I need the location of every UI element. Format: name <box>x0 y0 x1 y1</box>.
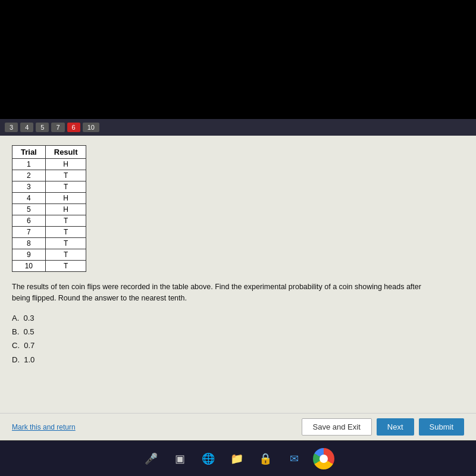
taskbar: 🎤 ▣ 🌐 📁 🔒 ✉ <box>0 440 476 476</box>
answer-a[interactable]: A. 0.3 <box>12 311 464 325</box>
table-row: 5H <box>12 204 86 215</box>
content-area: Trial Result 1H2T3T4H5H6T7T8T9T10T The r… <box>0 136 476 413</box>
coin-flip-table: Trial Result 1H2T3T4H5H6T7T8T9T10T <box>12 145 86 272</box>
next-button[interactable]: Next <box>377 418 414 436</box>
tab-3[interactable]: 3 <box>5 123 18 132</box>
table-row: 3T <box>12 181 86 193</box>
tab-7[interactable]: 7 <box>51 123 64 132</box>
table-row: 4H <box>12 193 86 204</box>
result-cell: T <box>45 238 86 249</box>
mail-icon[interactable]: ✉ <box>284 449 303 468</box>
action-bar: Mark this and return Save and Exit Next … <box>0 413 476 440</box>
trial-cell: 6 <box>12 215 46 227</box>
trial-cell: 4 <box>12 193 46 204</box>
answer-b[interactable]: B. 0.5 <box>12 325 464 339</box>
trial-cell: 1 <box>12 159 46 170</box>
trial-cell: 7 <box>12 227 46 238</box>
mark-link[interactable]: Mark this and return <box>12 423 76 431</box>
table-row: 10T <box>12 261 86 272</box>
result-header: Result <box>45 146 86 159</box>
tab-4[interactable]: 4 <box>20 123 33 132</box>
files-icon[interactable]: 📁 <box>227 449 246 468</box>
result-cell: T <box>45 215 86 227</box>
save-exit-button[interactable]: Save and Exit <box>302 418 372 436</box>
table-row: 9T <box>12 249 86 261</box>
answer-c[interactable]: C. 0.7 <box>12 339 464 352</box>
edge-icon[interactable]: 🌐 <box>199 449 218 468</box>
microphone-icon[interactable]: 🎤 <box>142 449 161 468</box>
trial-cell: 3 <box>12 181 46 193</box>
result-cell: T <box>45 227 86 238</box>
trial-cell: 8 <box>12 238 46 249</box>
table-row: 8T <box>12 238 86 249</box>
table-row: 2T <box>12 170 86 181</box>
trial-cell: 9 <box>12 249 46 261</box>
answer-d[interactable]: D. 1.0 <box>12 353 464 367</box>
screen-icon[interactable]: ▣ <box>170 449 189 468</box>
trial-cell: 2 <box>12 170 46 181</box>
trial-cell: 10 <box>12 261 46 272</box>
top-black-area <box>0 0 476 119</box>
trial-header: Trial <box>12 146 46 159</box>
lock-icon[interactable]: 🔒 <box>256 449 275 468</box>
result-cell: H <box>45 204 86 215</box>
tab-10[interactable]: 10 <box>83 123 99 132</box>
result-cell: T <box>45 170 86 181</box>
result-cell: H <box>45 159 86 170</box>
table-row: 7T <box>12 227 86 238</box>
main-content-wrapper: 3 4 5 7 6 10 Trial Result 1H2T3T4H5H6T7T… <box>0 119 476 440</box>
tab-bar: 3 4 5 7 6 10 <box>0 119 476 136</box>
table-row: 1H <box>12 159 86 170</box>
submit-button[interactable]: Submit <box>419 418 464 436</box>
result-cell: T <box>45 249 86 261</box>
result-cell: H <box>45 193 86 204</box>
table-row: 6T <box>12 215 86 227</box>
result-cell: T <box>45 261 86 272</box>
trial-cell: 5 <box>12 204 46 215</box>
tab-5[interactable]: 5 <box>36 123 49 132</box>
tab-6[interactable]: 6 <box>67 123 80 132</box>
result-cell: T <box>45 181 86 193</box>
action-buttons: Save and Exit Next Submit <box>302 418 464 436</box>
chrome-icon[interactable] <box>313 448 334 469</box>
answer-options: A. 0.3 B. 0.5 C. 0.7 D. 1.0 <box>12 311 464 367</box>
question-text: The results of ten coin flips were recor… <box>12 281 428 304</box>
